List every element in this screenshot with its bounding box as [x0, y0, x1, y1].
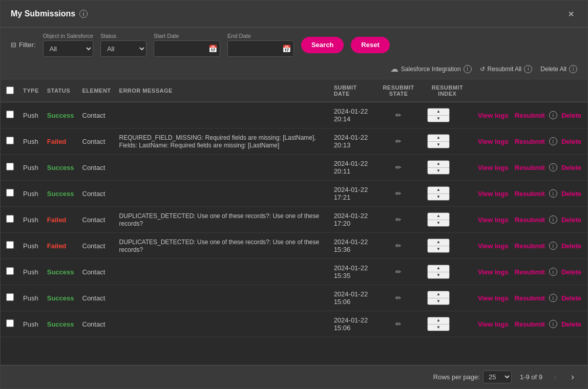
- row-checkbox[interactable]: [6, 189, 14, 197]
- resubmit-button[interactable]: Resubmit: [513, 163, 547, 172]
- spinner-up-button[interactable]: ▲: [428, 161, 449, 168]
- row-checkbox[interactable]: [6, 111, 14, 118]
- resubmit-button[interactable]: Resubmit: [513, 267, 547, 277]
- row-resubmit-index: ▲ ▼: [423, 259, 472, 285]
- spinner-up-button[interactable]: ▲: [428, 109, 449, 116]
- delete-button[interactable]: Delete: [559, 215, 583, 225]
- edit-resubmit-state-button[interactable]: ✏: [393, 293, 404, 303]
- start-date-input[interactable]: [154, 40, 220, 57]
- row-actions-cell: View logs Resubmit i Delete: [472, 233, 587, 259]
- resubmit-button[interactable]: Resubmit: [513, 137, 547, 146]
- delete-button[interactable]: Delete: [559, 267, 583, 277]
- delete-button[interactable]: Delete: [559, 241, 583, 251]
- view-logs-button[interactable]: View logs: [476, 215, 511, 225]
- row-checkbox[interactable]: [6, 241, 14, 249]
- edit-resubmit-state-button[interactable]: ✏: [393, 136, 404, 146]
- spinner-up-button[interactable]: ▲: [428, 213, 449, 220]
- row-checkbox[interactable]: [6, 215, 14, 223]
- select-all-checkbox[interactable]: [6, 87, 14, 94]
- resubmit-info-icon[interactable]: i: [549, 268, 557, 276]
- spinner-down-button[interactable]: ▼: [428, 142, 449, 148]
- resubmit-all-action[interactable]: ↺ Resubmit All i: [480, 65, 533, 73]
- spinner-up-button[interactable]: ▲: [428, 187, 449, 194]
- delete-button[interactable]: Delete: [559, 319, 583, 329]
- delete-button[interactable]: Delete: [559, 189, 583, 199]
- resubmit-info-icon[interactable]: i: [549, 320, 557, 328]
- resubmit-info-icon[interactable]: i: [549, 294, 557, 302]
- spinner-down-button[interactable]: ▼: [428, 272, 449, 279]
- spinner-up-button[interactable]: ▲: [428, 239, 449, 246]
- edit-resubmit-state-button[interactable]: ✏: [393, 214, 404, 225]
- salesforce-integration-action[interactable]: ☁ Salesforce Integration i: [390, 64, 472, 74]
- resubmit-button[interactable]: Resubmit: [513, 189, 547, 199]
- edit-resubmit-state-button[interactable]: ✏: [393, 267, 404, 277]
- delete-button[interactable]: Delete: [559, 111, 583, 120]
- resubmit-info-icon[interactable]: i: [549, 189, 557, 198]
- spinner-up-button[interactable]: ▲: [428, 317, 449, 325]
- row-resubmit-index: ▲ ▼: [423, 285, 472, 311]
- row-type: Push: [19, 259, 43, 285]
- spinner-up-button[interactable]: ▲: [428, 291, 449, 298]
- edit-resubmit-state-button[interactable]: ✏: [393, 241, 404, 251]
- row-checkbox[interactable]: [6, 319, 14, 327]
- spinner-down-button[interactable]: ▼: [428, 116, 449, 122]
- row-checkbox[interactable]: [6, 267, 14, 275]
- view-logs-button[interactable]: View logs: [476, 137, 511, 146]
- delete-button[interactable]: Delete: [559, 163, 583, 172]
- view-logs-button[interactable]: View logs: [476, 267, 511, 277]
- spinner-up-button[interactable]: ▲: [428, 265, 449, 272]
- row-actions-cell: View logs Resubmit i Delete: [472, 311, 587, 337]
- row-checkbox[interactable]: [6, 137, 14, 144]
- resubmit-info-icon[interactable]: i: [549, 215, 557, 224]
- rows-per-page-select[interactable]: 10 25 50 100: [483, 371, 512, 383]
- prev-page-button[interactable]: ‹: [551, 371, 560, 383]
- row-error-message: [115, 181, 330, 207]
- view-logs-button[interactable]: View logs: [476, 319, 511, 329]
- resubmit-all-info-icon[interactable]: i: [524, 65, 532, 73]
- resubmit-info-icon[interactable]: i: [549, 137, 557, 145]
- delete-all-info-icon[interactable]: i: [569, 65, 577, 73]
- edit-resubmit-state-button[interactable]: ✏: [393, 319, 404, 329]
- resubmit-info-icon[interactable]: i: [549, 242, 557, 250]
- spinner-down-button[interactable]: ▼: [428, 325, 449, 331]
- resubmit-info-icon[interactable]: i: [549, 163, 557, 171]
- resubmit-button[interactable]: Resubmit: [513, 111, 547, 120]
- next-page-button[interactable]: ›: [568, 371, 577, 383]
- resubmit-button[interactable]: Resubmit: [513, 319, 547, 329]
- view-logs-button[interactable]: View logs: [476, 163, 511, 172]
- spinner-down-button[interactable]: ▼: [428, 298, 449, 305]
- delete-all-action[interactable]: Delete All i: [540, 65, 577, 73]
- edit-resubmit-state-button[interactable]: ✏: [393, 110, 404, 120]
- view-logs-button[interactable]: View logs: [476, 241, 511, 251]
- reset-button[interactable]: Reset: [351, 37, 389, 53]
- resubmit-button[interactable]: Resubmit: [513, 293, 547, 303]
- resubmit-button[interactable]: Resubmit: [513, 241, 547, 251]
- status-filter-select[interactable]: All Success Failed: [100, 40, 146, 57]
- title-info-icon[interactable]: i: [79, 10, 88, 18]
- edit-resubmit-state-button[interactable]: ✏: [393, 188, 404, 199]
- end-date-input[interactable]: [227, 40, 294, 57]
- close-button[interactable]: ×: [565, 8, 577, 20]
- delete-button[interactable]: Delete: [559, 293, 583, 303]
- spinner-down-button[interactable]: ▼: [428, 168, 449, 175]
- delete-button[interactable]: Delete: [559, 137, 583, 146]
- salesforce-info-icon[interactable]: i: [464, 65, 472, 73]
- table-row: Push Success Contact 2024-01-22 17:21 ✏ …: [1, 181, 587, 207]
- object-filter-select[interactable]: All: [43, 40, 93, 57]
- spinner-down-button[interactable]: ▼: [428, 194, 449, 201]
- spinner-down-button[interactable]: ▼: [428, 246, 449, 253]
- spinner-down-button[interactable]: ▼: [428, 220, 449, 227]
- row-checkbox[interactable]: [6, 163, 14, 170]
- view-logs-button[interactable]: View logs: [476, 111, 511, 120]
- row-element: Contact: [78, 233, 115, 259]
- spinner-up-button[interactable]: ▲: [428, 135, 449, 142]
- row-checkbox[interactable]: [6, 293, 14, 301]
- edit-resubmit-state-button[interactable]: ✏: [393, 162, 404, 172]
- search-button[interactable]: Search: [301, 37, 344, 53]
- view-logs-button[interactable]: View logs: [476, 293, 511, 303]
- resubmit-button[interactable]: Resubmit: [513, 215, 547, 225]
- row-status: Success: [43, 181, 78, 207]
- resubmit-info-icon[interactable]: i: [549, 111, 557, 119]
- view-logs-button[interactable]: View logs: [476, 189, 511, 199]
- row-resubmit-state: ✏: [374, 207, 423, 233]
